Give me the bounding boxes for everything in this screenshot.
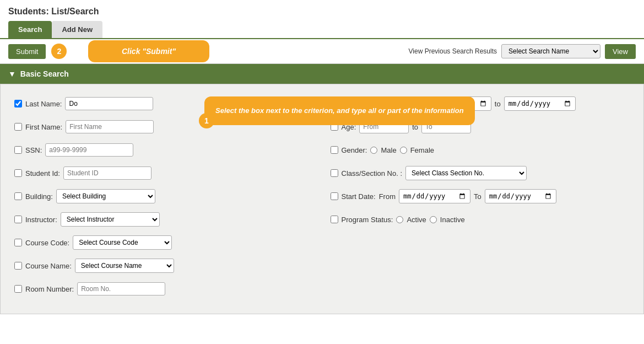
dob-to-label: to bbox=[495, 100, 501, 108]
gender-female-radio[interactable] bbox=[400, 147, 407, 154]
instructor-checkbox[interactable] bbox=[14, 216, 22, 223]
search-name-select[interactable]: Select Search Name bbox=[501, 44, 600, 58]
view-previous-label: View Previous Search Results bbox=[409, 47, 497, 55]
status-active-radio[interactable] bbox=[396, 216, 403, 223]
step-2-badge: 2 bbox=[51, 44, 67, 59]
first-name-checkbox[interactable] bbox=[14, 123, 22, 131]
gender-male-radio[interactable] bbox=[370, 147, 377, 154]
class-section-label: Class/Section No. : bbox=[342, 169, 403, 178]
room-number-label: Room Number: bbox=[25, 285, 74, 293]
building-select[interactable]: Select Building bbox=[56, 189, 155, 203]
tab-search[interactable]: Search bbox=[8, 21, 52, 38]
search-body: 1 Select the box next to the criterion, … bbox=[0, 84, 644, 314]
last-name-input[interactable] bbox=[65, 97, 153, 110]
class-section-row: Class/Section No. : Select Class Section… bbox=[331, 165, 630, 181]
status-active-label: Active bbox=[407, 216, 426, 224]
form-grid: Last Name: First Name: SSN: Student Id: bbox=[14, 95, 630, 297]
class-section-checkbox[interactable] bbox=[331, 169, 338, 177]
section-title: Basic Search bbox=[20, 69, 69, 78]
start-date-from-input[interactable] bbox=[399, 189, 470, 203]
course-code-label: Course Code: bbox=[25, 239, 69, 247]
page-title: Students: List/Search bbox=[0, 0, 644, 21]
start-date-to-input[interactable] bbox=[485, 189, 556, 203]
building-row: Building: Select Building bbox=[14, 188, 314, 205]
start-date-label: Start Date: bbox=[342, 192, 376, 201]
ssn-row: SSN: bbox=[14, 142, 314, 158]
gender-row: Gender: Male Female bbox=[331, 142, 630, 158]
start-date-from-label: From bbox=[379, 192, 396, 201]
start-date-row: Start Date: From To bbox=[331, 188, 630, 205]
program-status-label: Program Status: bbox=[342, 216, 393, 224]
gender-checkbox[interactable] bbox=[331, 146, 338, 154]
tab-add-new[interactable]: Add New bbox=[52, 21, 102, 38]
instructor-select[interactable]: Select Instructor bbox=[61, 212, 160, 227]
course-name-label: Course Name: bbox=[25, 262, 72, 270]
last-name-checkbox[interactable] bbox=[14, 100, 22, 108]
first-name-label: First Name: bbox=[25, 123, 62, 131]
start-date-to-label: To bbox=[474, 192, 481, 201]
collapse-icon: ▼ bbox=[8, 69, 16, 78]
status-inactive-radio[interactable] bbox=[430, 216, 437, 223]
first-name-input[interactable] bbox=[66, 120, 154, 133]
room-number-checkbox[interactable] bbox=[14, 285, 22, 293]
view-button[interactable]: View bbox=[605, 44, 636, 59]
status-inactive-label: Inactive bbox=[440, 216, 465, 224]
course-name-row: Course Name: Select Course Name bbox=[14, 257, 314, 274]
step-1-badge: 1 bbox=[199, 113, 214, 128]
course-code-select[interactable]: Select Course Code bbox=[73, 235, 172, 250]
room-number-row: Room Number: bbox=[14, 281, 314, 297]
course-name-select[interactable]: Select Course Name bbox=[75, 259, 174, 273]
course-code-checkbox[interactable] bbox=[14, 239, 22, 246]
course-code-row: Course Code: Select Course Code bbox=[14, 234, 314, 251]
building-checkbox[interactable] bbox=[14, 192, 22, 200]
building-label: Building: bbox=[25, 192, 53, 201]
last-name-label: Last Name: bbox=[25, 100, 62, 108]
program-status-row: Program Status: Active Inactive bbox=[331, 211, 630, 228]
gender-radio-group: Male Female bbox=[370, 146, 434, 154]
submit-button[interactable]: Submit bbox=[8, 44, 46, 59]
student-id-label: Student Id: bbox=[25, 169, 60, 178]
form-right-col: 2021 From to Age: to Gender: bbox=[331, 95, 630, 297]
program-status-radio-group: Active Inactive bbox=[396, 216, 464, 224]
form-left-col: Last Name: First Name: SSN: Student Id: bbox=[14, 95, 314, 297]
view-previous-section: View Previous Search Results Select Sear… bbox=[409, 44, 636, 59]
basic-search-section-header[interactable]: ▼ Basic Search bbox=[0, 64, 644, 84]
instructor-label: Instructor: bbox=[25, 216, 57, 224]
ssn-checkbox[interactable] bbox=[14, 146, 22, 154]
gender-label: Gender: bbox=[342, 146, 367, 154]
toolbar: Submit 2 Click "Submit" View Previous Se… bbox=[0, 39, 644, 64]
student-id-row: Student Id: bbox=[14, 165, 314, 181]
instructor-row: Instructor: Select Instructor bbox=[14, 211, 314, 228]
ssn-input[interactable] bbox=[45, 143, 133, 157]
dob-to-input[interactable] bbox=[504, 96, 576, 111]
tab-bar: Search Add New bbox=[0, 21, 644, 39]
student-id-checkbox[interactable] bbox=[14, 169, 22, 177]
program-status-checkbox[interactable] bbox=[331, 216, 338, 223]
ssn-label: SSN: bbox=[25, 146, 42, 154]
gender-male-label: Male bbox=[381, 146, 396, 154]
tooltip-select-criterion: Select the box next to the criterion, an… bbox=[204, 96, 475, 125]
tooltip-submit: Click "Submit" bbox=[88, 40, 209, 62]
student-id-input[interactable] bbox=[63, 166, 151, 180]
start-date-checkbox[interactable] bbox=[331, 192, 338, 200]
course-name-checkbox[interactable] bbox=[14, 262, 22, 270]
gender-female-label: Female bbox=[410, 146, 434, 154]
room-number-input[interactable] bbox=[77, 282, 165, 295]
class-section-select[interactable]: Select Class Section No. bbox=[405, 166, 527, 180]
